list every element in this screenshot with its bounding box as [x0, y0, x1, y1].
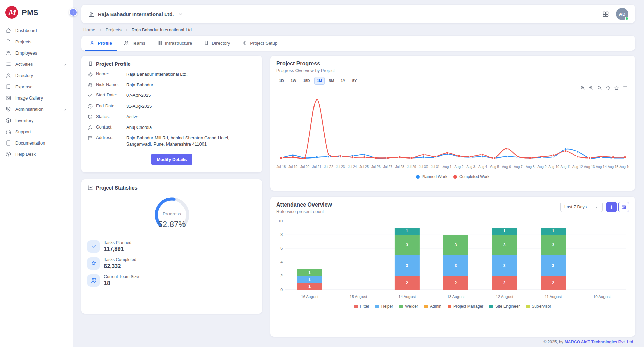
question-icon — [5, 151, 11, 157]
svg-text:Aug 7: Aug 7 — [514, 165, 523, 169]
legend-admin[interactable]: Admin — [424, 304, 441, 309]
range-button-5y[interactable]: 5Y — [350, 77, 359, 85]
legend-completed-work[interactable]: Completed Work — [453, 174, 489, 179]
apps-menu-button[interactable] — [602, 11, 609, 18]
field-label: Address: — [96, 135, 123, 140]
bookmark-icon — [87, 61, 93, 67]
stat-label: Tasks Completed — [104, 257, 136, 262]
range-buttons: 1D1W15D1M3M1Y5Y — [276, 77, 629, 85]
shield-user-icon — [5, 106, 11, 112]
toolbar-home-button[interactable] — [614, 85, 619, 90]
range-button-1m[interactable]: 1M — [314, 77, 325, 85]
tab-bar: Profile Teams Infrastructure Directory P… — [81, 36, 635, 51]
field-label: Nick Name: — [96, 82, 123, 87]
company-name: Raja Bahadur International Ltd. — [98, 11, 174, 17]
range-button-1y[interactable]: 1Y — [338, 77, 348, 85]
chevron-right-icon — [63, 107, 67, 111]
sidebar-item-image-gallery[interactable]: Image Gallery — [0, 92, 73, 104]
gear-icon — [242, 40, 247, 46]
progress-gauge-wrap: Progress52.87% — [87, 195, 256, 235]
toolbar-pan-button[interactable] — [606, 85, 611, 90]
attendance-chart[interactable]: 024681016 August11115 August14 August233… — [276, 216, 629, 303]
profile-field-contact: Contact: Anuj Chordia — [87, 124, 256, 131]
sidebar-item-inventory[interactable]: Inventory — [0, 115, 73, 126]
sidebar-item-dashboard[interactable]: Dashboard — [0, 25, 73, 36]
avatar-initials: AD — [619, 12, 626, 17]
tab-directory[interactable]: Directory — [199, 36, 235, 51]
range-button-1d[interactable]: 1D — [276, 77, 287, 85]
svg-text:3: 3 — [503, 263, 506, 268]
view-toggle-table-button[interactable] — [618, 202, 629, 212]
tab-project-setup[interactable]: Project Setup — [237, 36, 282, 51]
legend-planned-work[interactable]: Planned Work — [416, 174, 447, 179]
doc-icon — [5, 140, 11, 146]
range-button-1w[interactable]: 1W — [288, 77, 299, 85]
project-progress-title: Project Progress — [276, 61, 629, 67]
sidebar-item-support[interactable]: Support — [0, 126, 73, 137]
svg-text:Jul 31: Jul 31 — [431, 165, 440, 169]
sidebar-item-administration[interactable]: Administration — [0, 104, 73, 115]
selection-zoom-icon — [597, 85, 602, 90]
stat-current-team-size: Current Team Size 18 — [87, 274, 256, 287]
sidebar-collapse-button[interactable] — [69, 8, 77, 16]
toolbar-menu-button[interactable] — [623, 85, 628, 90]
sidebar-item-directory[interactable]: Directory — [0, 70, 73, 81]
sidebar-item-expense[interactable]: Expense — [0, 81, 73, 92]
legend-supervisor[interactable]: Supervisor — [526, 304, 551, 309]
bar-chart-icon — [609, 205, 614, 210]
svg-text:Progress: Progress — [162, 211, 181, 216]
sidebar-item-help-desk[interactable]: Help Desk — [0, 149, 73, 160]
stat-value: 62,332 — [104, 263, 136, 269]
breadcrumb-projects[interactable]: Projects — [106, 27, 122, 32]
view-toggle-bar-chart-button[interactable] — [606, 202, 617, 212]
check-icon — [91, 243, 97, 250]
logo-icon: M — [5, 6, 18, 19]
svg-text:Aug 13: Aug 13 — [584, 165, 595, 169]
sidebar-item-label: Documentation — [15, 140, 67, 146]
tab-profile[interactable]: Profile — [85, 36, 117, 51]
legend-project-manager[interactable]: Project Manager — [448, 304, 483, 309]
breadcrumb-home[interactable]: Home — [83, 27, 95, 32]
footer-link[interactable]: MARCO AIoT Technologies Pvt. Ltd. — [565, 340, 634, 344]
sidebar-item-activities[interactable]: Activities — [0, 59, 73, 70]
company-selector[interactable]: Raja Bahadur International Ltd. — [88, 11, 184, 17]
legend-site-engineer[interactable]: Site Engineer — [489, 304, 520, 309]
stat-icon-badge — [87, 257, 100, 270]
svg-text:2: 2 — [552, 281, 554, 285]
tab-infrastructure[interactable]: Infrastructure — [152, 36, 197, 51]
check-icon — [87, 93, 93, 98]
menu-icon — [623, 85, 628, 90]
svg-text:Jul 27: Jul 27 — [383, 165, 392, 169]
zoom-in-icon — [580, 85, 585, 90]
toolbar-selection-zoom-button[interactable] — [597, 85, 602, 90]
breadcrumb-raja-bahadur-international-ltd: Raja Bahadur International Ltd. — [132, 27, 193, 32]
attendance-controls: Last 7 Days — [560, 202, 629, 212]
home-icon — [5, 28, 11, 33]
chart-toolbar — [276, 85, 629, 90]
modify-details-button[interactable]: Modify Details — [151, 154, 192, 165]
legend-fitter[interactable]: Fitter — [354, 304, 369, 309]
gear-icon — [87, 72, 93, 77]
toolbar-zoom-out-button[interactable] — [589, 85, 594, 90]
chart-line-icon — [87, 185, 93, 191]
legend-helper[interactable]: Helper — [375, 304, 393, 309]
range-button-15d[interactable]: 15D — [301, 77, 313, 85]
sidebar-item-employees[interactable]: Employees — [0, 47, 73, 59]
list-icon — [5, 61, 11, 67]
sidebar-item-documentation[interactable]: Documentation — [0, 137, 73, 149]
sidebar-item-label: Activities — [15, 62, 59, 67]
tab-label: Directory — [212, 41, 230, 46]
tab-teams[interactable]: Teams — [119, 36, 150, 51]
date-range-select[interactable]: Last 7 Days — [560, 202, 603, 212]
range-button-3m[interactable]: 3M — [326, 77, 337, 85]
profile-fields: Name: Raja Bahadur International Ltd. Ni… — [87, 71, 256, 148]
toolbar-zoom-in-button[interactable] — [580, 85, 585, 90]
svg-text:Jul 20: Jul 20 — [300, 165, 309, 169]
legend-welder[interactable]: Welder — [399, 304, 418, 309]
svg-text:11 August: 11 August — [545, 295, 562, 299]
project-progress-chart[interactable]: Jul 18Jul 19Jul 20Jul 21Jul 22Jul 23Jul … — [276, 91, 629, 174]
sidebar-item-projects[interactable]: Projects — [0, 36, 73, 47]
user-avatar[interactable]: AD — [616, 8, 628, 20]
right-column: Project Progress Progress Overview by Pr… — [270, 56, 635, 337]
svg-text:Jul 19: Jul 19 — [288, 165, 297, 169]
